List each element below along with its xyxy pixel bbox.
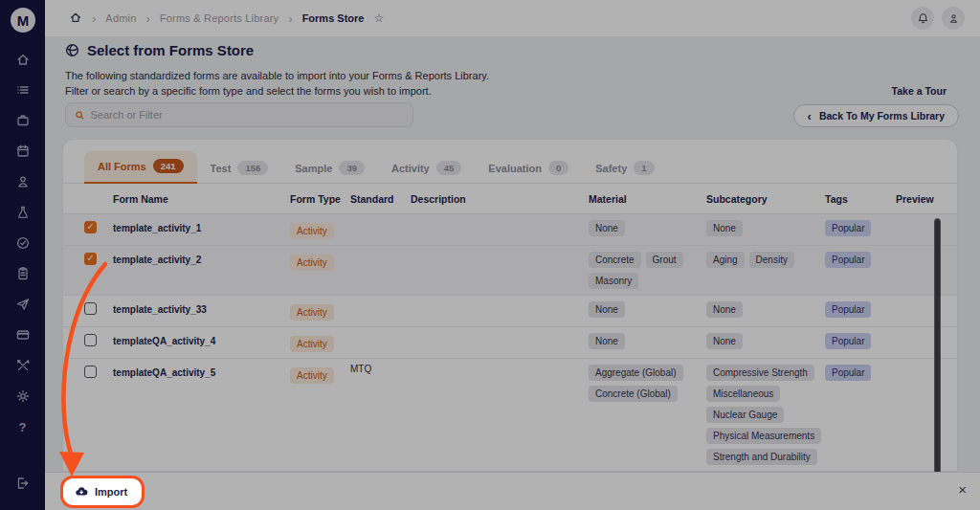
breadcrumb-forms-reports-library[interactable]: Forms & Reports Library (160, 12, 278, 24)
profile-button[interactable] (942, 7, 965, 30)
take-a-tour-link[interactable]: Take a Tour (892, 85, 947, 97)
page-description-line1: The following standardized forms are ava… (65, 68, 489, 83)
tab-evaluation[interactable]: Evaluation0 (475, 153, 582, 184)
notifications-button[interactable] (911, 7, 934, 30)
checkbox-cell (84, 246, 113, 273)
subcategory-cell: None (706, 214, 825, 242)
tools-icon[interactable] (15, 358, 31, 373)
back-to-library-button[interactable]: ‹ Back To My Forms Library (793, 104, 959, 127)
preview-cell (896, 296, 938, 307)
table-row[interactable]: template_activity_33ActivityNoneNonePopu… (63, 296, 957, 327)
table-row[interactable]: templateQA_activity_4ActivityNoneNonePop… (63, 327, 957, 359)
preview-cell (896, 327, 938, 339)
list-icon[interactable] (15, 82, 31, 98)
column-header: Form Name (113, 184, 290, 213)
column-header: Description (411, 184, 589, 213)
form-type-chip: Activity (290, 223, 334, 239)
material-chip: Concrete (Global) (589, 386, 678, 402)
standard-cell (350, 246, 411, 256)
column-header: Tags (825, 184, 896, 213)
subcategory-cell: AgingDensity (706, 246, 825, 274)
form-type-cell: Activity (290, 359, 350, 389)
tab-label: Evaluation (488, 163, 542, 174)
standard-cell (350, 327, 411, 338)
chevron-right-icon: › (288, 11, 292, 26)
breadcrumb-admin[interactable]: Admin (105, 12, 136, 24)
material-cell: ConcreteGroutMasonry (589, 246, 706, 295)
column-header: Standard (350, 184, 411, 213)
tab-test[interactable]: Test156 (197, 153, 282, 184)
import-label: Import (95, 486, 127, 498)
form-name-cell: template_activity_33 (113, 296, 290, 321)
clipboard-icon[interactable] (15, 266, 31, 281)
form-name-cell: templateQA_activity_5 (113, 359, 290, 384)
table-header-row: Form NameForm TypeStandardDescriptionMat… (63, 184, 957, 214)
standard-cell: MTQ (350, 359, 411, 380)
breadcrumb-home-icon[interactable] (69, 11, 82, 26)
subcategory-chip: None (706, 301, 743, 318)
subcategory-chip: None (706, 220, 743, 236)
tab-activity[interactable]: Activity45 (378, 153, 475, 184)
table-scrollbar[interactable] (934, 218, 941, 475)
tab-sample[interactable]: Sample39 (281, 153, 378, 184)
user-icon[interactable] (15, 174, 31, 189)
table-row[interactable]: template_activity_2ActivityConcreteGrout… (63, 246, 957, 296)
row-checkbox[interactable] (84, 302, 97, 315)
bell-icon (917, 12, 929, 25)
tab-count-badge: 156 (237, 161, 268, 175)
form-type-chip: Activity (290, 255, 334, 271)
tags-cell: Popular (825, 327, 896, 355)
subcategory-chip: Miscellaneous (706, 386, 780, 402)
app-logo[interactable]: M (11, 8, 35, 33)
home-icon[interactable] (15, 52, 31, 67)
tab-all-forms[interactable]: All Forms241 (84, 151, 197, 184)
preview-cell (896, 214, 938, 226)
topbar: › Admin › Forms & Reports Library › Form… (45, 0, 980, 36)
flask-icon[interactable] (15, 205, 31, 220)
row-checkbox[interactable] (84, 221, 97, 233)
row-checkbox[interactable] (84, 253, 97, 265)
subcategory-chip: Physical Measurements (706, 428, 821, 444)
logout-icon[interactable] (14, 476, 30, 495)
subcategory-cell: Compressive StrengthMiscellaneousNuclear… (706, 359, 825, 471)
briefcase-icon[interactable] (15, 113, 31, 128)
description-cell (411, 214, 589, 225)
forms-store-card: All Forms241Test156Sample39Activity45Eva… (63, 140, 957, 475)
footer-bar: × (45, 472, 980, 510)
settings-icon[interactable] (15, 388, 31, 404)
table-row[interactable]: templateQA_activity_5ActivityMTQAggregat… (63, 359, 957, 472)
material-chip: Grout (646, 252, 683, 268)
form-type-cell: Activity (290, 246, 350, 277)
tab-safety[interactable]: Safety1 (582, 153, 667, 184)
import-button[interactable]: Import (65, 480, 140, 503)
subcategory-chip: Strength and Durability (706, 449, 817, 465)
preview-cell (896, 359, 938, 370)
credit-card-icon[interactable] (15, 327, 31, 343)
search-input[interactable] (90, 109, 404, 121)
material-cell: None (589, 296, 706, 323)
chevron-left-icon: ‹ (808, 109, 812, 123)
material-chip: Aggregate (Global) (589, 365, 683, 381)
badge-check-icon[interactable] (15, 235, 31, 251)
page-description-line2: Filter or search by a specific form type… (65, 83, 489, 99)
close-icon[interactable]: × (958, 482, 967, 497)
tab-count-badge: 241 (153, 159, 184, 173)
description-cell (411, 327, 589, 338)
tag-chip: Popular (825, 365, 871, 381)
favorite-star-icon[interactable]: ☆ (373, 11, 384, 25)
subcategory-chip: Aging (706, 252, 745, 268)
calendar-icon[interactable] (15, 144, 31, 159)
row-checkbox[interactable] (84, 334, 97, 346)
tags-cell: Popular (825, 214, 896, 242)
table-row[interactable]: template_activity_1ActivityNoneNonePopul… (63, 214, 957, 246)
material-chip: Concrete (589, 252, 641, 268)
form-name-cell: template_activity_2 (113, 246, 290, 271)
tag-chip: Popular (825, 220, 871, 236)
checkbox-cell (84, 359, 113, 386)
help-icon[interactable]: ? (15, 419, 31, 434)
row-checkbox[interactable] (84, 366, 97, 378)
tag-chip: Popular (825, 252, 871, 268)
cloud-download-icon (75, 485, 88, 499)
send-icon[interactable] (15, 297, 31, 312)
material-cell: None (589, 214, 706, 242)
